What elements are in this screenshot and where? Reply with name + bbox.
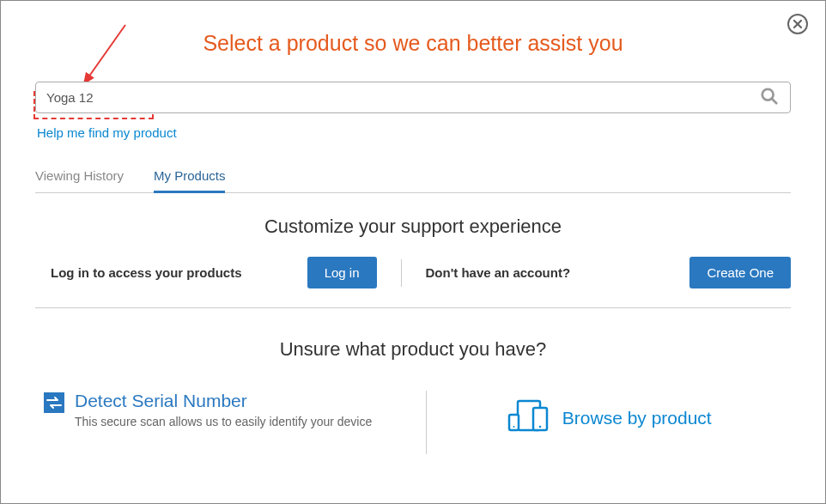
svg-rect-9 — [509, 415, 519, 430]
close-icon — [793, 19, 803, 29]
detect-section: Detect Serial Number This secure scan al… — [35, 391, 426, 454]
detect-serial-link[interactable]: Detect Serial Number — [75, 391, 372, 411]
browse-section: Browse by product — [426, 391, 792, 454]
modal-title: Select a product so we can better assist… — [1, 1, 825, 82]
bottom-row: Detect Serial Number This secure scan al… — [35, 391, 791, 454]
tabs-container: Viewing History My Products — [35, 168, 791, 193]
help-find-product-link[interactable]: Help me find my product — [37, 125, 177, 140]
unsure-title: Unsure what product you have? — [1, 338, 825, 361]
customize-title: Customize your support experience — [1, 216, 825, 238]
browse-by-product-link[interactable]: Browse by product — [506, 399, 712, 437]
close-button[interactable] — [787, 14, 808, 34]
svg-line-5 — [772, 98, 777, 103]
tab-my-products[interactable]: My Products — [154, 168, 225, 193]
svg-point-11 — [513, 426, 514, 428]
svg-point-10 — [538, 426, 541, 428]
tab-viewing-history[interactable]: Viewing History — [35, 168, 124, 192]
svg-rect-6 — [44, 392, 64, 413]
login-right-section: Don't have an account? Create One — [401, 259, 792, 287]
browse-label: Browse by product — [562, 408, 712, 428]
search-input[interactable] — [35, 82, 791, 113]
detect-description: This secure scan allows us to easily ide… — [75, 415, 372, 428]
login-prompt: Log in to access your products — [35, 265, 242, 280]
login-left-section: Log in to access your products Log in — [35, 257, 401, 288]
detect-text-wrap: Detect Serial Number This secure scan al… — [75, 391, 372, 428]
devices-icon — [506, 399, 550, 437]
login-row: Log in to access your products Log in Do… — [35, 257, 791, 308]
login-button[interactable]: Log in — [307, 257, 377, 288]
no-account-prompt: Don't have an account? — [426, 265, 571, 280]
create-account-button[interactable]: Create One — [689, 257, 791, 288]
search-container — [35, 82, 791, 113]
swap-icon — [44, 392, 64, 416]
search-icon[interactable] — [760, 87, 779, 109]
